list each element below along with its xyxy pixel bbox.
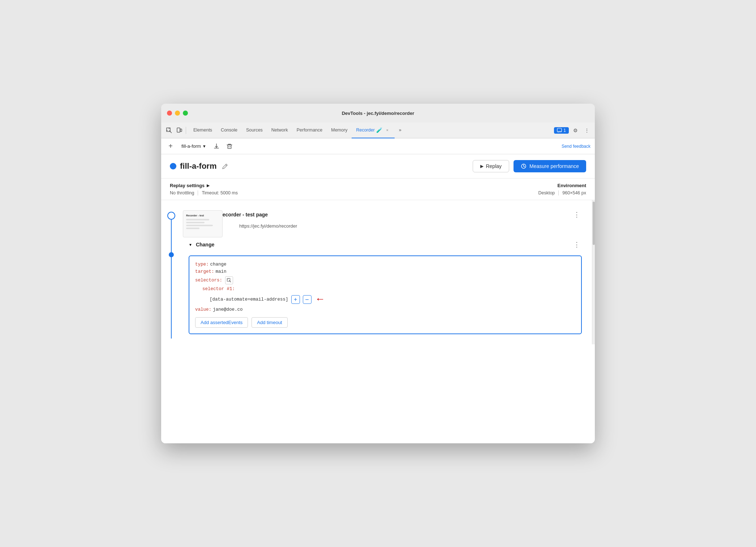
devtools-tabs: Elements Console Sources Network Perform…	[189, 122, 554, 138]
timeline-line	[171, 216, 172, 339]
dropdown-icon: ▾	[203, 143, 206, 149]
maximize-traffic-light[interactable]	[183, 111, 188, 116]
close-traffic-light[interactable]	[167, 111, 172, 116]
type-key: type:	[195, 262, 209, 267]
devtools-tabs-end: 1 ⚙ ⋮	[554, 125, 592, 135]
new-recording-button[interactable]: +	[166, 141, 176, 151]
replay-settings-details: No throttling Timeout: 5000 ms	[170, 190, 538, 195]
selectors-key: selectors:	[195, 278, 222, 283]
step-2-title: Change	[196, 242, 214, 247]
minimize-traffic-light[interactable]	[175, 111, 180, 116]
tab-more[interactable]: »	[395, 122, 406, 138]
settings-expand-icon: ▶	[207, 184, 210, 188]
traffic-lights	[167, 111, 188, 116]
export-button[interactable]	[211, 141, 222, 151]
scrollbar-thumb[interactable]	[593, 202, 595, 245]
code-line-value: value: jane@doe.co	[195, 307, 575, 312]
tab-sources[interactable]: Sources	[242, 122, 267, 138]
devtools-window: DevTools - jec.fyi/demo/recorder Element…	[161, 104, 595, 443]
steps-content: ▶ Puppeteer recorder - test page ⋮ https…	[184, 206, 592, 339]
device-label: Desktop	[538, 190, 555, 195]
replay-label: Replay	[486, 163, 502, 169]
svg-rect-3	[177, 128, 180, 132]
title-bar: DevTools - jec.fyi/demo/recorder	[161, 104, 595, 122]
replay-settings-left: Replay settings ▶ No throttling Timeout:…	[170, 183, 538, 195]
tab-memory[interactable]: Memory	[327, 122, 352, 138]
recording-actions: ▶ Replay Measure performance	[473, 160, 586, 172]
recording-header: fill-a-form ▶ Replay	[161, 154, 595, 178]
step-1-header[interactable]: ▶ Puppeteer recorder - test page ⋮	[184, 206, 586, 223]
recorder-main: fill-a-form ▶ Replay	[161, 154, 595, 443]
tab-console[interactable]: Console	[216, 122, 242, 138]
throttling-label: No throttling	[170, 190, 194, 195]
recording-title-area: fill-a-form	[170, 161, 473, 171]
target-key: target:	[195, 269, 214, 274]
target-picker-button[interactable]	[225, 276, 233, 284]
type-value: change	[210, 262, 227, 267]
selector-value-text: [data-automate=email-address]	[210, 297, 288, 302]
selector-num-key: selector #1:	[202, 287, 235, 292]
tab-elements[interactable]: Elements	[189, 122, 216, 138]
recording-status-dot	[170, 163, 176, 169]
add-timeout-button[interactable]: Add timeout	[252, 317, 287, 328]
add-selector-button[interactable]: +	[291, 295, 300, 304]
step-2-header[interactable]: ▼ Change ⋮	[184, 237, 586, 253]
settings-button[interactable]: ⚙	[570, 125, 580, 135]
step-2-more-button[interactable]: ⋮	[572, 240, 582, 250]
tab-network[interactable]: Network	[267, 122, 292, 138]
steps-row: Recorder - test	[161, 200, 595, 344]
step-2-expand[interactable]: ▼	[189, 243, 192, 247]
code-block: type: change target: main selectors:	[189, 255, 582, 334]
recorder-toolbar: + fill-a-form ▾ Send feedback	[161, 138, 595, 154]
recording-name-label: fill-a-form	[181, 143, 201, 149]
toolbar-separator	[186, 127, 186, 134]
device-toolbar-button[interactable]	[174, 125, 184, 135]
timeout-label: Timeout: 5000 ms	[202, 190, 238, 195]
tab-performance[interactable]: Performance	[292, 122, 327, 138]
remove-selector-button[interactable]: −	[303, 295, 312, 304]
env-separator	[558, 190, 559, 195]
red-arrow-icon: ←	[317, 294, 323, 305]
replay-icon: ▶	[480, 164, 484, 169]
chat-badge[interactable]: 1	[554, 127, 569, 134]
svg-line-9	[225, 165, 227, 166]
replay-button[interactable]: ▶ Replay	[473, 160, 509, 172]
replay-settings-title[interactable]: Replay settings ▶	[170, 183, 538, 188]
svg-rect-6	[228, 145, 231, 148]
code-line-selectors: selectors:	[195, 276, 575, 284]
replay-settings-right: Environment Desktop 960×546 px	[538, 183, 586, 195]
step-1-url: https://jec.fyi/demo/recorder	[189, 223, 586, 232]
timeline-dot-1	[167, 212, 175, 220]
step-2: ▼ Change ⋮ type: change	[184, 237, 586, 334]
value-value: jane@doe.co	[213, 307, 243, 312]
edit-recording-name-button[interactable]	[220, 161, 230, 171]
resolution-label: 960×546 px	[562, 190, 586, 195]
settings-separator	[198, 190, 198, 195]
devtools-tabbar: Elements Console Sources Network Perform…	[161, 122, 595, 138]
code-line-selector-value: [data-automate=email-address] + − ←	[210, 294, 575, 305]
recorder-tab-close[interactable]: ×	[385, 127, 390, 133]
timeline-dot-2	[169, 252, 174, 257]
scrollbar[interactable]	[592, 200, 595, 344]
experiment-icon: 🧪	[376, 127, 382, 133]
inspect-element-button[interactable]	[164, 125, 174, 135]
step-1: ▶ Puppeteer recorder - test page ⋮ https…	[184, 206, 586, 232]
more-options-button[interactable]: ⋮	[582, 125, 592, 135]
code-line-target: target: main	[195, 269, 575, 274]
add-asserted-events-button[interactable]: Add assertedEvents	[195, 317, 248, 328]
replay-settings-bar: Replay settings ▶ No throttling Timeout:…	[161, 178, 595, 200]
step-thumbnail: Recorder - test	[183, 210, 223, 237]
environment-details: Desktop 960×546 px	[538, 190, 586, 195]
tab-recorder[interactable]: Recorder 🧪 ×	[352, 122, 394, 138]
recording-selector[interactable]: fill-a-form ▾	[179, 142, 209, 150]
svg-rect-4	[180, 129, 182, 132]
environment-title: Environment	[538, 183, 586, 188]
value-key: value:	[195, 307, 211, 312]
target-value: main	[216, 269, 227, 274]
code-line-type: type: change	[195, 262, 575, 267]
measure-performance-button[interactable]: Measure performance	[514, 160, 586, 172]
measure-label: Measure performance	[529, 163, 579, 169]
send-feedback-link[interactable]: Send feedback	[562, 144, 590, 149]
delete-recording-button[interactable]	[224, 141, 235, 151]
step-1-more-button[interactable]: ⋮	[572, 210, 582, 220]
